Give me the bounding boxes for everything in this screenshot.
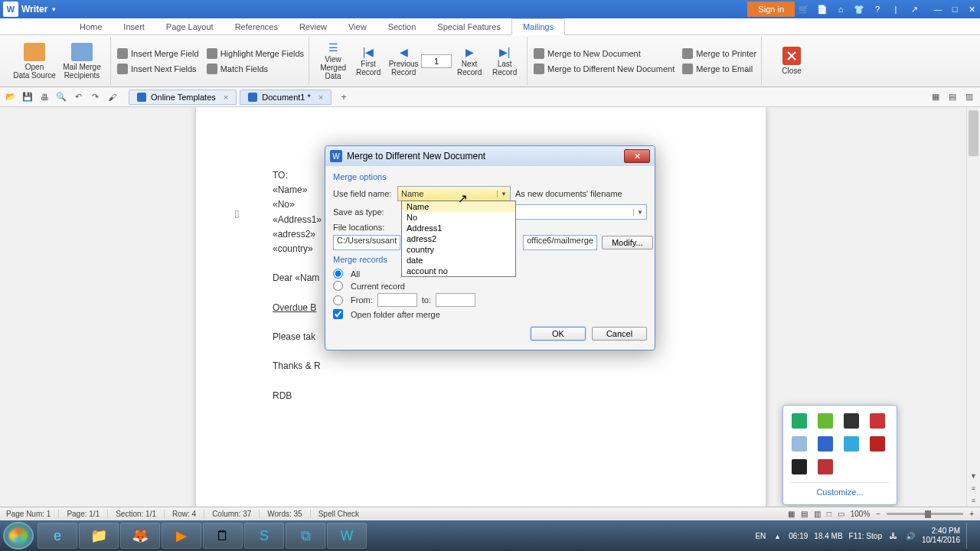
- dialog-close-button[interactable]: ✕: [624, 149, 650, 163]
- tray-clock[interactable]: 2:40 PM 10/14/2016: [922, 527, 960, 545]
- tray-app2-icon[interactable]: [844, 436, 859, 452]
- dropdown-option[interactable]: Name: [402, 201, 515, 212]
- print-icon[interactable]: 🖶: [38, 91, 51, 103]
- view-mode-icon[interactable]: ▦: [788, 510, 795, 518]
- zoom-slider[interactable]: [887, 513, 963, 515]
- redo-icon[interactable]: ↷: [89, 91, 101, 103]
- open-icon[interactable]: 📂: [5, 91, 17, 103]
- skin-icon[interactable]: 👕: [852, 2, 866, 16]
- dropdown-option[interactable]: country: [402, 244, 515, 255]
- to-input[interactable]: [436, 293, 475, 307]
- view-mode-icon-3[interactable]: ▥: [814, 510, 821, 518]
- sign-in-button[interactable]: Sign in: [747, 2, 795, 17]
- tab-page-layout[interactable]: Page Layout: [155, 19, 224, 34]
- taskbar-firefox-icon[interactable]: 🦊: [120, 523, 160, 549]
- save-icon[interactable]: 💾: [21, 91, 34, 103]
- status-words[interactable]: Words: 35: [267, 510, 310, 518]
- maximize-button[interactable]: □: [946, 2, 963, 16]
- zoom-out-icon[interactable]: −: [876, 510, 880, 518]
- next-record-button[interactable]: ▶Next Record: [452, 46, 487, 77]
- match-fields-button[interactable]: Match Fields: [207, 64, 304, 74]
- view-icon-1[interactable]: ▦: [929, 91, 942, 103]
- file-locations-input-right[interactable]: office6/mailmerge: [523, 235, 597, 250]
- modify-button[interactable]: Modify...: [602, 236, 653, 249]
- scrollbar-thumb[interactable]: [969, 110, 978, 156]
- minimize-button[interactable]: —: [929, 2, 946, 16]
- tray-app1-icon[interactable]: [818, 436, 833, 452]
- tray-volume-icon[interactable]: 🔊: [905, 530, 916, 541]
- file-locations-input-left[interactable]: C:/Users/susant: [333, 235, 400, 250]
- view-mode-icon-2[interactable]: ▤: [801, 510, 808, 518]
- view-mode-icon-5[interactable]: ▭: [838, 510, 844, 518]
- close-tab-icon[interactable]: ×: [224, 93, 228, 102]
- print-preview-icon[interactable]: 🔍: [55, 91, 67, 103]
- record-number-input[interactable]: [421, 54, 452, 68]
- dropdown-option[interactable]: account no: [402, 266, 515, 276]
- open-data-source-button[interactable]: Open Data Source: [11, 38, 58, 84]
- mail-merge-recipients-button[interactable]: Mail Merge Recipients: [58, 38, 106, 84]
- tab-mailings[interactable]: Mailings: [511, 18, 565, 35]
- merge-to-different-new-document-button[interactable]: Merge to Different New Document: [534, 64, 675, 74]
- app-menu-dropdown-icon[interactable]: ▾: [52, 5, 56, 13]
- save-as-type-combo-right[interactable]: ▼: [515, 204, 647, 220]
- merge-to-printer-button[interactable]: Merge to Printer: [682, 48, 756, 59]
- tab-insert[interactable]: Insert: [113, 19, 155, 34]
- use-field-name-combo[interactable]: Name ▼: [397, 186, 511, 201]
- zoom-in-icon[interactable]: +: [969, 510, 974, 518]
- scroll-down-icon[interactable]: ▼: [967, 470, 980, 482]
- taskbar-explorer-icon[interactable]: e: [38, 523, 77, 549]
- current-record-radio[interactable]: [333, 281, 343, 291]
- last-record-button[interactable]: ▶|Last Record: [487, 46, 522, 77]
- taskbar-media-icon[interactable]: ▶: [162, 523, 201, 549]
- tray-f11[interactable]: F11: Stop: [849, 532, 882, 540]
- tab-section[interactable]: Section: [377, 19, 427, 34]
- doc-icon[interactable]: 📄: [815, 2, 829, 16]
- taskbar-skype-icon[interactable]: S: [244, 523, 284, 549]
- tab-view[interactable]: View: [338, 19, 377, 34]
- doc-tab[interactable]: Online Templates×: [129, 90, 237, 105]
- previous-record-button[interactable]: ◀Previous Record: [386, 46, 421, 77]
- tab-references[interactable]: References: [224, 19, 289, 34]
- all-radio[interactable]: [333, 269, 343, 279]
- tray-lang[interactable]: EN: [755, 532, 766, 540]
- start-button[interactable]: [3, 522, 34, 549]
- cancel-button[interactable]: Cancel: [592, 327, 647, 341]
- merge-to-email-button[interactable]: Merge to Email: [682, 64, 756, 74]
- tray-arrow-up-icon[interactable]: ▴: [772, 530, 782, 541]
- dropdown-option[interactable]: date: [402, 255, 515, 266]
- next-page-icon[interactable]: ≡: [967, 494, 980, 507]
- from-input[interactable]: [377, 293, 417, 307]
- highlight-merge-fields-button[interactable]: Highlight Merge Fields: [207, 48, 304, 59]
- dropdown-option[interactable]: Address1: [402, 223, 515, 233]
- cart-icon[interactable]: 🛒: [797, 2, 811, 16]
- status-spell[interactable]: Spell Check: [318, 510, 359, 518]
- format-painter-icon[interactable]: 🖌: [106, 91, 118, 103]
- doc-tab[interactable]: Document1 *×: [240, 90, 332, 105]
- from-radio[interactable]: [333, 295, 343, 305]
- tray-network-icon[interactable]: 🖧: [888, 530, 899, 541]
- tray-sync-icon[interactable]: [818, 413, 833, 429]
- tray-adobe-icon[interactable]: [870, 436, 885, 452]
- add-tab-button[interactable]: +: [336, 91, 351, 103]
- ok-button[interactable]: OK: [531, 327, 586, 341]
- tray-app4-icon[interactable]: [818, 459, 833, 474]
- tray-monitor-icon[interactable]: [844, 413, 859, 429]
- close-ribbon-button[interactable]: Close: [768, 38, 815, 84]
- view-icon-2[interactable]: ▤: [946, 91, 959, 103]
- close-window-button[interactable]: ✕: [963, 2, 980, 16]
- tray-bluetooth-icon[interactable]: [792, 413, 807, 429]
- dropdown-option[interactable]: No: [402, 212, 515, 223]
- tray-update-icon[interactable]: [792, 436, 807, 452]
- dropdown-option[interactable]: adress2: [402, 233, 515, 244]
- tray-av-icon[interactable]: [870, 413, 885, 429]
- merge-to-new-document-button[interactable]: Merge to New Document: [534, 48, 675, 59]
- undo-icon[interactable]: ↶: [72, 91, 84, 103]
- field-name-dropdown[interactable]: NameNoAddress1adress2countrydateaccount …: [401, 201, 516, 277]
- popout-icon[interactable]: ↗: [907, 2, 921, 16]
- vertical-scrollbar[interactable]: ▲ ▼ ≡ ≡: [966, 107, 980, 507]
- home-icon[interactable]: ⌂: [834, 2, 848, 16]
- view-icon-3[interactable]: ▥: [963, 91, 975, 103]
- tray-app3-icon[interactable]: [792, 459, 807, 474]
- dialog-title-bar[interactable]: W Merge to Different New Document ✕: [325, 146, 655, 166]
- show-desktop-button[interactable]: [966, 523, 972, 549]
